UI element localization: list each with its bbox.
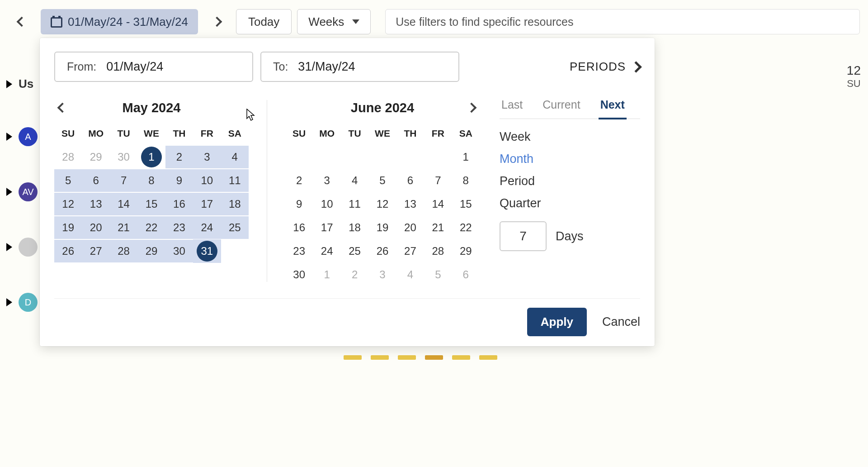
prev-range-button[interactable] xyxy=(8,9,35,34)
filter-input[interactable]: Use filters to find specific resources xyxy=(385,9,860,34)
view-select[interactable]: Weeks xyxy=(297,9,371,34)
date-range-button[interactable]: 01/May/24 - 31/May/24 xyxy=(41,9,198,34)
next-range-button[interactable] xyxy=(203,9,231,34)
today-button[interactable]: Today xyxy=(236,9,292,34)
date-range-text: 01/May/24 - 31/May/24 xyxy=(68,15,188,29)
date-range-popover: From: 01/May/24 To: 31/May/24 PERIODS Ma… xyxy=(40,38,655,42)
chevron-right-icon xyxy=(212,17,222,27)
view-select-label: Weeks xyxy=(308,15,344,29)
caret-down-icon xyxy=(352,19,359,24)
calendar-icon xyxy=(51,16,62,28)
toolbar: 01/May/24 - 31/May/24 Today Weeks Use fi… xyxy=(0,0,868,42)
chevron-left-icon xyxy=(17,17,27,27)
